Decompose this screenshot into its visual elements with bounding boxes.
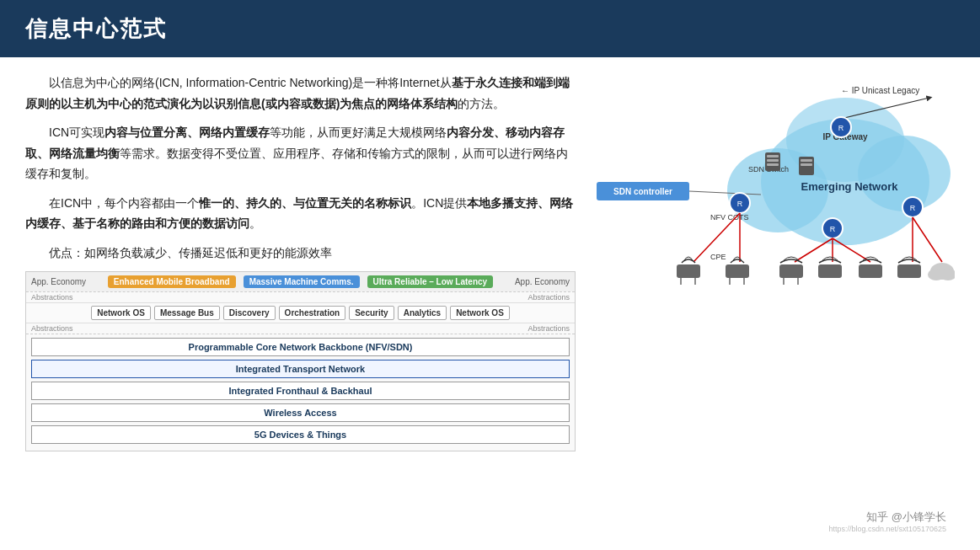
para4-label: 优点： — [49, 246, 84, 259]
layer-wireless-label: Wireless Access — [264, 408, 336, 418]
svg-rect-17 — [801, 159, 812, 162]
services-row: Network OS Message Bus Discovery Orchest… — [26, 302, 575, 323]
para4-text: 如网络负载减少、传播延迟低和更好的能源效率 — [84, 246, 332, 259]
svc-security: Security — [349, 306, 394, 320]
svg-rect-15 — [767, 163, 779, 166]
svg-text:Emerging Network: Emerging Network — [801, 180, 899, 193]
svc-network-os-r: Network OS — [450, 306, 510, 320]
layer-backbone: Programmable Core Network Backbone (NFV/… — [31, 338, 570, 356]
abstractions-right-1: Abstractions — [527, 293, 570, 302]
page-title: 信息中心范式 — [25, 14, 167, 44]
layer-wireless: Wireless Access — [31, 403, 570, 422]
svg-rect-41 — [779, 264, 803, 278]
layer-backbone-label: Programmable Core Network Backbone (NFV/… — [189, 342, 413, 352]
layer-transport: Integrated Transport Network — [31, 360, 570, 378]
architecture-diagram: App. Economy Enhanced Mobile Broadband M… — [25, 271, 576, 451]
svg-rect-46 — [897, 264, 921, 278]
main-content: 以信息为中心的网络(ICN, Information-Centric Netwo… — [0, 57, 980, 550]
svg-text:R: R — [737, 200, 743, 208]
layer-fronthaul: Integrated Fronthaul & Backhaul — [31, 382, 570, 400]
abstractions-right-2: Abstractions — [527, 324, 570, 333]
para3-text1: 在ICN中，每个内容都由一个 — [49, 196, 199, 210]
svg-rect-35 — [677, 264, 700, 278]
paragraph-1: 以信息为中心的网络(ICN, Information-Centric Netwo… — [25, 72, 576, 114]
tag-mmc: Massive Machine Comms. — [244, 275, 360, 288]
watermark: 知乎 @小锋学长 https://blog.csdn.net/sxt105170… — [828, 510, 946, 533]
abstractions-left-1: Abstractions — [31, 293, 73, 302]
svg-line-29 — [795, 238, 833, 262]
left-panel: 以信息为中心的网络(ICN, Information-Centric Netwo… — [25, 72, 576, 542]
para1-text2: 的方法。 — [458, 97, 505, 110]
svc-analytics: Analytics — [398, 306, 447, 320]
para3-text2: 。ICN提供 — [411, 196, 467, 210]
layers-container: Programmable Core Network Backbone (NFV/… — [26, 334, 575, 451]
svg-text:CPE: CPE — [710, 253, 726, 261]
network-svg: ← IP Unicast Legacy IP Gateway Emerging … — [592, 72, 955, 359]
svc-orchestration: Orchestration — [279, 306, 346, 320]
header: 信息中心范式 — [0, 0, 980, 57]
svg-rect-14 — [767, 159, 779, 162]
para3-text3: 。 — [249, 216, 261, 230]
layer-5g-label: 5G Devices & Things — [254, 430, 346, 440]
app-economy-right: App. Economy — [515, 277, 570, 286]
svc-discovery: Discovery — [223, 306, 276, 320]
svg-text:R: R — [910, 204, 916, 212]
svg-rect-18 — [801, 163, 812, 166]
service-tags: Enhanced Mobile Broadband Massive Machin… — [105, 274, 495, 290]
para3-bold1: 惟一的、持久的、与位置无关的名称标识 — [199, 196, 411, 210]
paragraph-4: 优点：如网络负载减少、传播延迟低和更好的能源效率 — [25, 243, 576, 264]
para2-text1: ICN可实现 — [49, 125, 104, 139]
para1-text1: 以信息为中心的网络(ICN, Information-Centric Netwo… — [49, 76, 452, 89]
abstractions-left-2: Abstractions — [31, 324, 73, 333]
abstractions-row-2: Abstractions Abstractions — [26, 323, 575, 334]
svg-rect-13 — [767, 155, 779, 158]
watermark-name: 知乎 @小锋学长 — [828, 510, 946, 525]
svg-text:R: R — [830, 225, 836, 233]
svc-network-os-l: Network OS — [91, 306, 151, 320]
paragraph-2: ICN可实现内容与位置分离、网络内置缓存等功能，从而更好满足大规模网络内容分发、… — [25, 122, 576, 184]
layer-fronthaul-label: Integrated Fronthaul & Backhaul — [229, 386, 372, 396]
apps-row: App. Economy Enhanced Mobile Broadband M… — [26, 272, 575, 291]
paragraph-3: 在ICN中，每个内容都由一个惟一的、持久的、与位置无关的名称标识。ICN提供本地… — [25, 193, 576, 234]
para2-bold1: 内容与位置分离、网络内置缓存 — [104, 125, 270, 139]
app-economy-left: App. Economy — [31, 277, 86, 286]
tag-embb: Enhanced Mobile Broadband — [108, 275, 236, 288]
svg-line-33 — [913, 217, 942, 262]
tag-urll: Ultra Reliable – Low Latency — [367, 275, 494, 288]
svg-text:R: R — [838, 124, 844, 132]
svc-message-bus: Message Bus — [154, 306, 220, 320]
network-diagram: ← IP Unicast Legacy IP Gateway Emerging … — [592, 72, 955, 359]
para2-text2: 等功能，从而更好满足大规模网络 — [270, 125, 447, 139]
ip-unicast-label: ← IP Unicast Legacy — [841, 86, 919, 95]
svg-rect-44 — [818, 264, 842, 278]
svg-rect-38 — [726, 264, 749, 278]
abstractions-row-1: Abstractions Abstractions — [26, 291, 575, 302]
watermark-site: https://blog.csdn.net/sxt105170625 — [828, 525, 946, 533]
svg-text:SDN controller: SDN controller — [613, 187, 672, 196]
layer-5g: 5G Devices & Things — [31, 425, 570, 444]
right-panel: ← IP Unicast Legacy IP Gateway Emerging … — [592, 72, 955, 542]
svg-text:NFV COTS: NFV COTS — [710, 213, 749, 222]
svg-rect-45 — [859, 264, 882, 278]
layer-transport-label: Integrated Transport Network — [236, 364, 365, 374]
